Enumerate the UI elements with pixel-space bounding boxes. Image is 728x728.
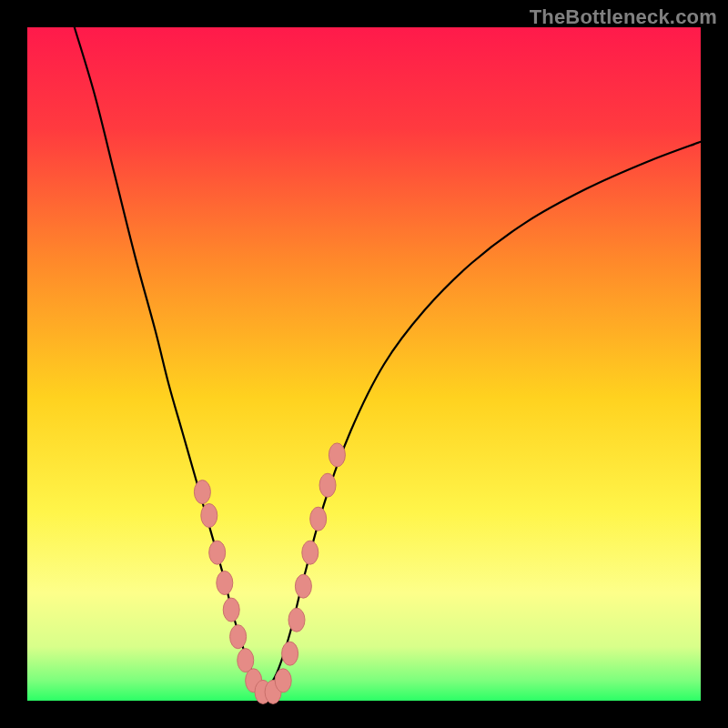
- marker-point: [319, 473, 336, 497]
- marker-point: [194, 480, 210, 504]
- marker-point: [310, 507, 327, 531]
- marker-point: [223, 598, 239, 622]
- outer-frame: TheBottleneck.com: [0, 0, 728, 728]
- curve-right-branch: [263, 142, 701, 694]
- marker-point: [230, 625, 247, 649]
- curve-left-branch: [75, 27, 263, 694]
- chart-svg: [27, 27, 701, 701]
- marker-point: [275, 669, 291, 693]
- marker-point: [217, 571, 233, 595]
- marker-point: [282, 642, 298, 665]
- marker-point: [288, 608, 305, 632]
- marker-point: [329, 443, 345, 467]
- marker-point: [302, 541, 318, 564]
- marker-point: [209, 541, 226, 564]
- marker-point: [201, 504, 217, 528]
- watermark-text: TheBottleneck.com: [530, 5, 717, 29]
- marker-point: [295, 574, 311, 598]
- marker-point: [238, 649, 254, 672]
